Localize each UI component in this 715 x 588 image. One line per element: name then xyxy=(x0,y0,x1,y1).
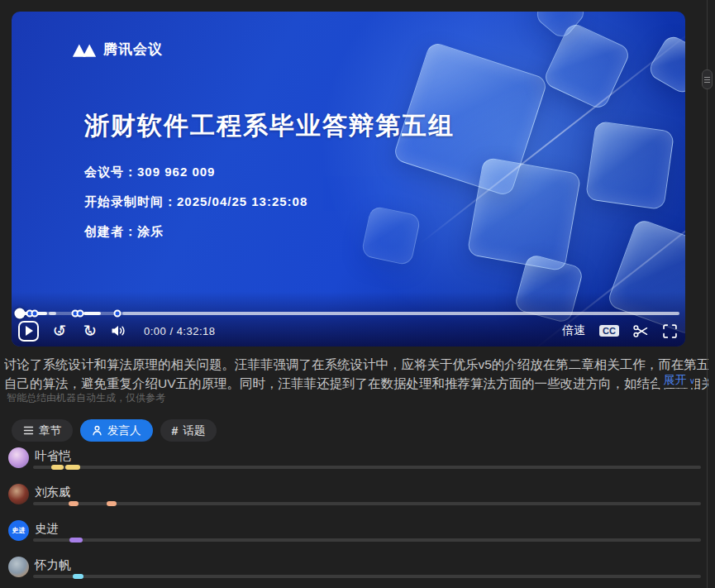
speech-segment[interactable] xyxy=(65,465,81,470)
avatar: 史进 xyxy=(8,520,29,541)
tab-topics[interactable]: # 话题 xyxy=(160,419,217,442)
summary-line: 讨论了系统设计和算法原理的相关问题。汪菲菲强调了在系统设计中，应将关于优乐v5的… xyxy=(4,355,708,374)
clip-button[interactable] xyxy=(633,324,649,338)
playback-speed-button[interactable]: 倍速 xyxy=(562,323,585,338)
meeting-info: 会议号：309 962 009 开始录制时间：2025/04/25 13:25:… xyxy=(84,165,307,240)
avatar xyxy=(8,557,29,577)
play-button[interactable] xyxy=(18,321,39,342)
tab-label: 章节 xyxy=(39,423,61,438)
summary-line: 自己的算法，避免重复介绍UV五的原理。同时，汪菲菲还提到了在数据处理和推荐算法方… xyxy=(4,374,708,393)
tab-label: 发言人 xyxy=(107,423,141,438)
rewind-5s-button[interactable]: ↺ 5 xyxy=(50,321,69,341)
speaker-icon xyxy=(111,324,126,337)
progress-segment xyxy=(122,312,679,315)
video-title: 浙财软件工程系毕业答辩第五组 xyxy=(84,109,455,143)
tab-label: 话题 xyxy=(183,423,205,438)
speech-segment[interactable] xyxy=(73,574,83,579)
fullscreen-icon xyxy=(663,324,677,338)
tab-bar: 章节 发言人 # 话题 xyxy=(12,419,217,442)
speaker-row[interactable]: 刘东威 xyxy=(0,481,715,518)
meeting-id-row: 会议号：309 962 009 xyxy=(84,165,307,180)
glass-cube xyxy=(360,205,422,266)
forward-5s-button[interactable]: ↻ 5 xyxy=(80,321,100,341)
progress-segment xyxy=(83,312,101,315)
person-icon xyxy=(92,425,102,436)
chevron-down-icon: ∨ xyxy=(689,376,695,385)
play-icon xyxy=(26,326,33,336)
speaker-timeline[interactable] xyxy=(33,502,701,505)
panel-resize-handle[interactable] xyxy=(702,69,713,89)
avatar xyxy=(8,447,29,468)
chapter-marker[interactable] xyxy=(77,310,84,318)
speaker-timeline[interactable] xyxy=(33,466,701,469)
tencent-meeting-logo xyxy=(72,41,97,59)
glass-cube xyxy=(466,156,581,271)
speech-segment[interactable] xyxy=(51,465,64,470)
record-time-row: 开始录制时间：2025/04/25 13:25:08 xyxy=(84,194,307,210)
summary-disclaimer: 智能总结由机器自动生成，仅供参考 xyxy=(7,391,165,405)
hash-icon: # xyxy=(172,424,179,437)
speaker-name: 怀力帆 xyxy=(35,557,71,573)
chapter-marker[interactable] xyxy=(114,310,122,318)
chapter-marker[interactable] xyxy=(31,310,39,318)
speaker-name: 史进 xyxy=(35,521,59,537)
progress-bar[interactable] xyxy=(18,312,679,315)
fullscreen-button[interactable] xyxy=(663,324,677,338)
speaker-name: 刘东威 xyxy=(35,485,71,500)
expand-button[interactable]: 展开∨ xyxy=(657,373,695,388)
avatar xyxy=(8,484,29,504)
progress-segment xyxy=(49,312,57,315)
ai-summary: 讨论了系统设计和算法原理的相关问题。汪菲菲强调了在系统设计中，应将关于优乐v5的… xyxy=(4,355,708,393)
speaker-timeline[interactable] xyxy=(33,575,701,578)
tab-speakers[interactable]: 发言人 xyxy=(80,419,153,442)
speaker-row[interactable]: 怀力帆 xyxy=(0,554,715,588)
speaker-row[interactable]: 史进 史进 xyxy=(0,518,715,554)
video-player[interactable]: 腾讯会议 浙财软件工程系毕业答辩第五组 会议号：309 962 009 开始录制… xyxy=(12,12,685,347)
list-icon xyxy=(23,426,34,435)
scissors-icon xyxy=(633,324,649,338)
time-display: 0:00 / 4:32:18 xyxy=(144,325,216,337)
creator-row: 创建者：涂乐 xyxy=(84,224,307,240)
speaker-list: 叶省恺 刘东威 史进 史进 怀力帆 xyxy=(0,445,715,588)
speaker-name: 叶省恺 xyxy=(35,448,71,464)
brand: 腾讯会议 xyxy=(72,40,163,59)
player-controls: ↺ 5 ↻ 5 0:00 / 4:32:18 倍速 CC xyxy=(18,319,677,342)
speech-segment[interactable] xyxy=(69,501,79,506)
glass-cube xyxy=(585,121,674,210)
speaker-timeline[interactable] xyxy=(33,538,701,542)
cc-button[interactable]: CC xyxy=(599,325,619,337)
speaker-row[interactable]: 叶省恺 xyxy=(0,445,715,481)
speech-segment[interactable] xyxy=(69,538,82,543)
volume-button[interactable] xyxy=(111,324,126,337)
tab-chapters[interactable]: 章节 xyxy=(12,419,73,442)
brand-name: 腾讯会议 xyxy=(103,40,163,59)
speech-segment[interactable] xyxy=(107,501,117,506)
